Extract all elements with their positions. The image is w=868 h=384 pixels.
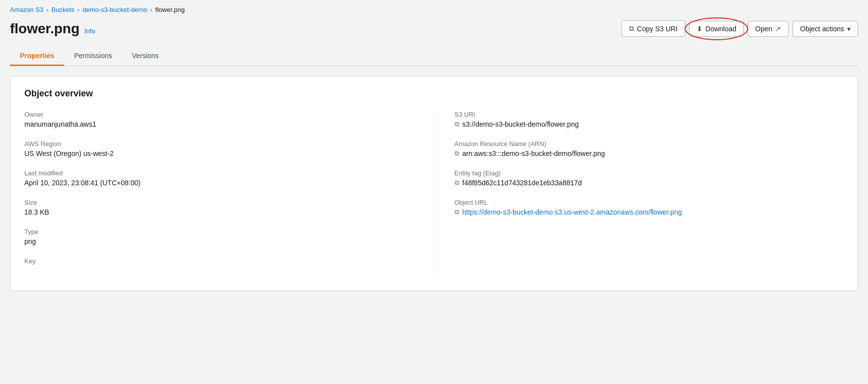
aws-region-value: US West (Oregon) us-west-2 [24, 150, 414, 157]
size-label: Size [24, 199, 414, 206]
field-type: Type png [24, 228, 414, 245]
s3-uri-value: ⧉ s3://demo-s3-bucket-demo/flower.png [455, 120, 844, 128]
object-url-value: ⧉ https://demo-s3-bucket-demo.s3.us-west… [455, 208, 844, 216]
arn-label: Amazon Resource Name (ARN) [455, 140, 844, 148]
action-buttons: ⧉ Copy S3 URI ⬇ Download Open ↗ Object a… [622, 20, 858, 37]
content-card: Object overview Owner manumanjunatha.aws… [10, 76, 858, 291]
type-label: Type [24, 228, 414, 235]
etag-copy-icon[interactable]: ⧉ [455, 179, 459, 187]
s3-uri-copy-icon[interactable]: ⧉ [455, 120, 459, 128]
copy-icon: ⧉ [629, 24, 634, 33]
field-key: Key [24, 257, 414, 265]
field-aws-region: AWS Region US West (Oregon) us-west-2 [24, 140, 414, 157]
breadcrumb-buckets[interactable]: Buckets [52, 6, 75, 13]
type-value: png [24, 237, 414, 245]
overview-right: S3 URI ⧉ s3://demo-s3-bucket-demo/flower… [434, 111, 844, 277]
breadcrumb-sep-1: › [46, 6, 48, 13]
overview-grid: Owner manumanjunatha.aws1 AWS Region US … [24, 111, 844, 277]
breadcrumb-current: flower.png [156, 6, 185, 13]
field-arn: Amazon Resource Name (ARN) ⧉ arn:aws:s3:… [455, 140, 844, 157]
page-title: flower.png [10, 21, 79, 37]
key-label: Key [24, 257, 414, 265]
s3-uri-label: S3 URI [455, 111, 844, 118]
breadcrumb-bucket-name[interactable]: demo-s3-bucket-demo [82, 6, 147, 13]
breadcrumb-sep-2: › [78, 6, 79, 13]
etag-value: ⧉ f48f85d62c11d743281de1eb33a8817d [455, 179, 844, 187]
owner-label: Owner [24, 111, 414, 118]
arn-copy-icon[interactable]: ⧉ [455, 150, 459, 157]
object-url-label: Object URL [455, 199, 844, 206]
field-size: Size 18.3 KB [24, 199, 414, 216]
last-modified-value: April 10, 2023, 23:08:41 (UTC+08:00) [24, 179, 414, 187]
overview-left: Owner manumanjunatha.aws1 AWS Region US … [24, 111, 434, 277]
object-actions-button[interactable]: Object actions ▾ [792, 21, 858, 37]
breadcrumb: Amazon S3 › Buckets › demo-s3-bucket-dem… [10, 6, 858, 13]
size-value: 18.3 KB [24, 208, 414, 216]
etag-label: Entity tag (Etag) [455, 169, 844, 177]
aws-region-label: AWS Region [24, 140, 414, 148]
info-badge[interactable]: Info [84, 27, 95, 35]
last-modified-label: Last modified [24, 169, 414, 177]
owner-value: manumanjunatha.aws1 [24, 120, 414, 128]
field-s3-uri: S3 URI ⧉ s3://demo-s3-bucket-demo/flower… [455, 111, 844, 128]
external-link-icon: ↗ [775, 25, 781, 33]
download-icon: ⬇ [697, 25, 703, 33]
breadcrumb-sep-3: › [150, 6, 152, 13]
object-url-copy-icon[interactable]: ⧉ [455, 208, 459, 216]
card-title: Object overview [24, 88, 844, 99]
chevron-down-icon: ▾ [847, 25, 851, 33]
tab-permissions[interactable]: Permissions [64, 47, 122, 66]
tab-properties[interactable]: Properties [10, 47, 64, 66]
download-button[interactable]: ⬇ Download [689, 21, 744, 37]
field-object-url: Object URL ⧉ https://demo-s3-bucket-demo… [455, 199, 844, 216]
copy-s3-uri-button[interactable]: ⧉ Copy S3 URI [622, 20, 685, 37]
tab-versions[interactable]: Versions [122, 47, 169, 66]
tabs: Properties Permissions Versions [10, 47, 858, 66]
breadcrumb-amazon-s3[interactable]: Amazon S3 [10, 6, 43, 13]
open-button[interactable]: Open ↗ [748, 21, 789, 37]
arn-value: ⧉ arn:aws:s3:::demo-s3-bucket-demo/flowe… [455, 150, 844, 157]
header-row: flower.png Info ⧉ Copy S3 URI ⬇ Download… [10, 20, 858, 37]
title-group: flower.png Info [10, 21, 95, 37]
object-url-link[interactable]: https://demo-s3-bucket-demo.s3.us-west-2… [463, 208, 682, 216]
field-etag: Entity tag (Etag) ⧉ f48f85d62c11d743281d… [455, 169, 844, 187]
field-last-modified: Last modified April 10, 2023, 23:08:41 (… [24, 169, 414, 187]
field-owner: Owner manumanjunatha.aws1 [24, 111, 414, 128]
